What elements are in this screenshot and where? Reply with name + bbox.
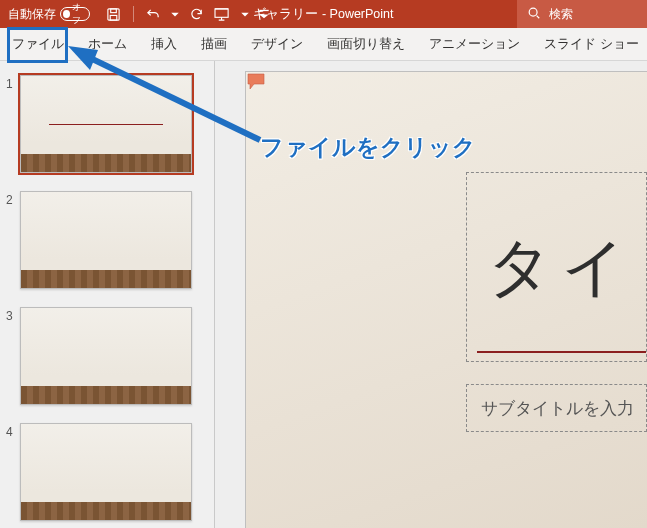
title-placeholder[interactable]: タイ: [466, 172, 647, 362]
search-icon: [527, 6, 541, 23]
search-input[interactable]: [547, 6, 611, 22]
title-text: タイ: [487, 224, 635, 311]
thumbnail-row: 3: [0, 303, 214, 419]
qat-separator: [133, 6, 134, 22]
quick-access-toolbar: [98, 6, 277, 22]
tab-home[interactable]: ホーム: [76, 28, 139, 60]
tab-animations[interactable]: アニメーション: [417, 28, 532, 60]
thumbnail-row: 1: [0, 71, 214, 187]
slide-thumbnail-2[interactable]: [20, 191, 192, 289]
undo-icon[interactable]: [146, 7, 161, 22]
slide-thumbnail-pane[interactable]: 1 2 3 4: [0, 61, 215, 528]
slideshow-dropdown-icon[interactable]: [241, 7, 249, 22]
slide-thumbnail-1[interactable]: [20, 75, 192, 173]
thumbnail-row: 4: [0, 419, 214, 528]
svg-rect-2: [110, 15, 117, 20]
svg-rect-3: [215, 8, 228, 16]
ribbon-tabs: ファイル ホーム 挿入 描画 デザイン 画面切り替え アニメーション スライド …: [0, 28, 647, 61]
title-bar: 自動保存 オフ: [0, 0, 647, 28]
save-icon[interactable]: [106, 7, 121, 22]
thumb-floor: [21, 154, 191, 172]
autosave-control[interactable]: 自動保存 オフ: [0, 6, 98, 23]
svg-rect-1: [111, 8, 117, 12]
undo-dropdown-icon[interactable]: [171, 7, 179, 22]
comment-indicator-icon[interactable]: [247, 73, 267, 95]
tab-slideshow[interactable]: スライド ショー: [532, 28, 647, 60]
thumb-floor: [21, 502, 191, 520]
tab-transitions[interactable]: 画面切り替え: [315, 28, 417, 60]
svg-rect-0: [108, 8, 119, 19]
thumbnail-number: 2: [6, 191, 20, 207]
redo-icon[interactable]: [189, 7, 204, 22]
autosave-toggle[interactable]: オフ: [60, 7, 90, 21]
tab-draw[interactable]: 描画: [189, 28, 239, 60]
annotation-text: ファイルをクリック: [260, 132, 476, 163]
thumb-redline: [49, 124, 163, 125]
tab-design[interactable]: デザイン: [239, 28, 315, 60]
slideshow-start-icon[interactable]: [214, 7, 231, 22]
thumb-floor: [21, 386, 191, 404]
toggle-dot: [63, 10, 70, 18]
slide-thumbnail-4[interactable]: [20, 423, 192, 521]
thumbnail-number: 1: [6, 75, 20, 91]
thumbnail-number: 4: [6, 423, 20, 439]
tab-insert[interactable]: 挿入: [139, 28, 189, 60]
window-title: ギャラリー - PowerPoint: [253, 6, 393, 23]
thumbnail-row: 2: [0, 187, 214, 303]
autosave-toggle-text: オフ: [72, 1, 87, 27]
thumbnail-number: 3: [6, 307, 20, 323]
subtitle-placeholder[interactable]: サブタイトルを入力: [466, 384, 647, 432]
subtitle-text: サブタイトルを入力: [481, 397, 634, 420]
autosave-label: 自動保存: [8, 6, 56, 23]
svg-point-5: [529, 8, 537, 16]
search-box[interactable]: [517, 0, 647, 28]
slide-thumbnail-3[interactable]: [20, 307, 192, 405]
thumb-floor: [21, 270, 191, 288]
tab-file[interactable]: ファイル: [0, 28, 76, 60]
